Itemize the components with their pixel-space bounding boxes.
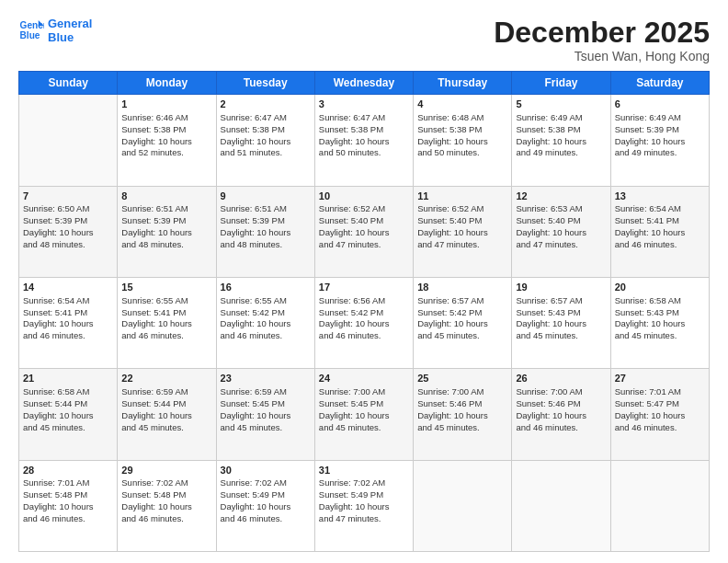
day-info: Daylight: 10 hours — [221, 136, 311, 148]
calendar-week-row: 1Sunrise: 6:46 AMSunset: 5:38 PMDaylight… — [19, 95, 710, 186]
day-info: Sunrise: 7:02 AM — [221, 477, 311, 489]
day-info: Daylight: 10 hours — [417, 227, 507, 239]
calendar-cell: 23Sunrise: 6:59 AMSunset: 5:45 PMDayligh… — [216, 369, 314, 460]
day-number: 6 — [615, 98, 705, 111]
day-info: Sunrise: 6:58 AM — [23, 386, 113, 398]
day-info: Sunset: 5:49 PM — [221, 489, 311, 501]
day-info: Sunset: 5:44 PM — [121, 398, 211, 410]
day-info: and 46 minutes. — [121, 513, 211, 525]
day-info: and 45 minutes. — [23, 422, 113, 434]
day-info: Daylight: 10 hours — [221, 318, 311, 330]
day-info: and 45 minutes. — [319, 422, 409, 434]
day-info: Daylight: 10 hours — [516, 227, 606, 239]
day-info: and 45 minutes. — [417, 330, 507, 342]
calendar-week-row: 14Sunrise: 6:54 AMSunset: 5:41 PMDayligh… — [19, 277, 710, 368]
day-info: Daylight: 10 hours — [516, 136, 606, 148]
day-info: and 49 minutes. — [516, 147, 606, 159]
day-info: Sunrise: 6:53 AM — [516, 203, 606, 215]
day-info: and 46 minutes. — [516, 422, 606, 434]
day-info: Daylight: 10 hours — [615, 318, 705, 330]
day-info: Sunrise: 7:02 AM — [319, 477, 409, 489]
calendar-cell: 29Sunrise: 7:02 AMSunset: 5:48 PMDayligh… — [118, 460, 216, 551]
page: General Blue General Blue December 2025 … — [0, 0, 728, 563]
day-info: Sunrise: 6:55 AM — [121, 295, 211, 307]
day-number: 24 — [319, 372, 409, 385]
calendar-cell — [19, 95, 118, 186]
day-info: Sunrise: 6:58 AM — [615, 295, 705, 307]
calendar-day-header: Sunday — [19, 72, 118, 95]
day-info: Sunset: 5:40 PM — [319, 215, 409, 227]
svg-text:Blue: Blue — [20, 30, 40, 40]
calendar-cell: 4Sunrise: 6:48 AMSunset: 5:38 PMDaylight… — [414, 95, 512, 186]
day-number: 4 — [417, 98, 507, 111]
day-info: Sunrise: 6:46 AM — [121, 112, 211, 124]
day-info: Daylight: 10 hours — [319, 318, 409, 330]
day-info: Sunset: 5:41 PM — [121, 307, 211, 319]
day-info: and 47 minutes. — [516, 239, 606, 251]
day-number: 25 — [417, 372, 507, 385]
day-number: 28 — [23, 464, 113, 477]
day-info: Daylight: 10 hours — [615, 136, 705, 148]
calendar-cell: 9Sunrise: 6:51 AMSunset: 5:39 PMDaylight… — [216, 186, 314, 277]
day-number: 27 — [615, 372, 705, 385]
day-info: Daylight: 10 hours — [121, 227, 211, 239]
calendar-week-row: 21Sunrise: 6:58 AMSunset: 5:44 PMDayligh… — [19, 369, 710, 460]
day-info: Sunset: 5:40 PM — [516, 215, 606, 227]
day-number: 18 — [417, 281, 507, 294]
day-info: Sunrise: 6:55 AM — [221, 295, 311, 307]
day-info: Daylight: 10 hours — [23, 501, 113, 513]
day-number: 11 — [417, 190, 507, 203]
calendar-cell — [610, 460, 709, 551]
day-info: and 52 minutes. — [121, 147, 211, 159]
day-number: 31 — [319, 464, 409, 477]
day-info: Daylight: 10 hours — [121, 318, 211, 330]
day-info: Sunset: 5:39 PM — [615, 124, 705, 136]
day-info: Sunrise: 6:56 AM — [319, 295, 409, 307]
day-info: Sunrise: 7:00 AM — [319, 386, 409, 398]
day-info: Daylight: 10 hours — [615, 227, 705, 239]
day-number: 19 — [516, 281, 606, 294]
day-number: 5 — [516, 98, 606, 111]
day-info: Sunrise: 6:47 AM — [319, 112, 409, 124]
day-info: Daylight: 10 hours — [417, 136, 507, 148]
day-info: Sunrise: 7:01 AM — [23, 477, 113, 489]
day-info: Sunrise: 6:51 AM — [121, 203, 211, 215]
day-info: Sunset: 5:44 PM — [23, 398, 113, 410]
calendar-cell: 13Sunrise: 6:54 AMSunset: 5:41 PMDayligh… — [610, 186, 709, 277]
header: General Blue General Blue December 2025 … — [18, 17, 710, 63]
day-info: Daylight: 10 hours — [615, 410, 705, 422]
day-info: Sunset: 5:43 PM — [615, 307, 705, 319]
logo-line2: Blue — [48, 30, 92, 44]
calendar-cell: 10Sunrise: 6:52 AMSunset: 5:40 PMDayligh… — [314, 186, 413, 277]
day-number: 12 — [516, 190, 606, 203]
day-info: and 46 minutes. — [221, 513, 311, 525]
day-info: and 50 minutes. — [417, 147, 507, 159]
day-info: and 46 minutes. — [121, 330, 211, 342]
day-number: 26 — [516, 372, 606, 385]
calendar-cell: 20Sunrise: 6:58 AMSunset: 5:43 PMDayligh… — [610, 277, 709, 368]
day-info: Daylight: 10 hours — [319, 501, 409, 513]
day-info: Sunrise: 6:59 AM — [121, 386, 211, 398]
day-info: and 45 minutes. — [121, 422, 211, 434]
day-info: Daylight: 10 hours — [221, 410, 311, 422]
day-info: Sunset: 5:47 PM — [615, 398, 705, 410]
day-number: 2 — [221, 98, 311, 111]
day-info: Sunset: 5:46 PM — [417, 398, 507, 410]
day-info: Sunset: 5:46 PM — [516, 398, 606, 410]
day-info: and 50 minutes. — [319, 147, 409, 159]
day-info: Sunset: 5:38 PM — [516, 124, 606, 136]
day-info: Sunset: 5:49 PM — [319, 489, 409, 501]
calendar-cell: 1Sunrise: 6:46 AMSunset: 5:38 PMDaylight… — [118, 95, 216, 186]
location: Tsuen Wan, Hong Kong — [494, 49, 710, 63]
day-info: and 46 minutes. — [319, 330, 409, 342]
day-number: 13 — [615, 190, 705, 203]
day-info: Daylight: 10 hours — [221, 501, 311, 513]
day-info: Sunset: 5:38 PM — [121, 124, 211, 136]
day-info: and 48 minutes. — [221, 239, 311, 251]
day-info: Daylight: 10 hours — [417, 410, 507, 422]
day-info: and 46 minutes. — [23, 513, 113, 525]
calendar-cell: 25Sunrise: 7:00 AMSunset: 5:46 PMDayligh… — [414, 369, 512, 460]
day-number: 10 — [319, 190, 409, 203]
day-info: Daylight: 10 hours — [221, 227, 311, 239]
day-number: 14 — [23, 281, 113, 294]
